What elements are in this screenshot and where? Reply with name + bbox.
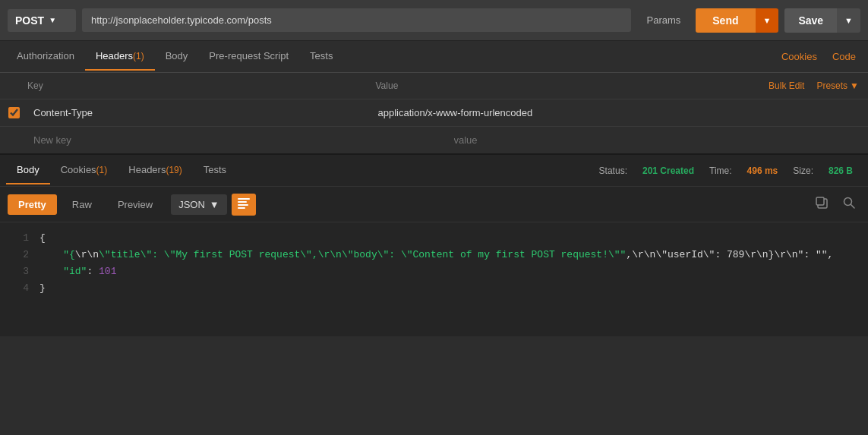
- code-line-2: 2 "{\r\n\"title\": \"My first POST reque…: [0, 247, 868, 263]
- format-label: JSON: [178, 199, 205, 210]
- request-tabs: Authorization Headers(1) Body Pre-reques…: [0, 41, 868, 73]
- resp-tab-body[interactable]: Body: [6, 156, 50, 184]
- svg-line-7: [851, 205, 855, 209]
- save-dropdown-button[interactable]: ▼: [837, 8, 860, 33]
- code-area: 1 { 2 "{\r\n\"title\": \"My first POST r…: [0, 222, 868, 336]
- code-line-4: 4 }: [0, 280, 868, 297]
- svg-rect-2: [238, 204, 248, 206]
- url-input[interactable]: [82, 8, 631, 32]
- request-bar: POST ▼ Params Send ▼ Save ▼: [0, 0, 868, 41]
- send-button[interactable]: Send: [696, 8, 755, 33]
- params-button[interactable]: Params: [637, 10, 690, 30]
- time-label: Time:: [709, 165, 732, 176]
- presets-chevron-icon: ▼: [850, 80, 859, 91]
- format-chevron-icon: ▼: [210, 199, 219, 210]
- method-label: POST: [15, 14, 44, 27]
- code-content: {: [39, 230, 46, 247]
- line-number: 3: [8, 263, 29, 280]
- wrap-icon: [238, 198, 250, 209]
- resp-tab-headers[interactable]: Headers(19): [118, 156, 192, 184]
- new-key-input[interactable]: [27, 133, 448, 147]
- body-tab-raw[interactable]: Raw: [62, 194, 103, 215]
- headers-badge: (1): [133, 51, 144, 61]
- line-number: 2: [8, 247, 29, 263]
- size-label: Size:: [793, 165, 813, 176]
- col-value-label: Value: [368, 77, 717, 94]
- svg-rect-5: [816, 197, 824, 205]
- svg-rect-3: [238, 207, 245, 209]
- header-enabled-checkbox[interactable]: [8, 107, 20, 118]
- resp-tab-tests[interactable]: Tests: [193, 156, 237, 184]
- body-toolbar: Pretty Raw Preview JSON ▼: [0, 187, 868, 222]
- save-btn-group: Save ▼: [784, 8, 860, 33]
- response-status: Status: 201 Created Time: 496 ms Size: 8…: [599, 165, 862, 176]
- copy-icon: [815, 196, 829, 210]
- body-tab-preview[interactable]: Preview: [107, 194, 163, 215]
- tab-authorization[interactable]: Authorization: [6, 43, 85, 71]
- wrap-button[interactable]: [232, 194, 256, 216]
- save-button[interactable]: Save: [784, 8, 837, 33]
- presets-button[interactable]: Presets ▼: [816, 80, 859, 91]
- body-tab-pretty[interactable]: Pretty: [8, 194, 57, 215]
- line-number: 4: [8, 280, 29, 297]
- size-value: 826 B: [829, 165, 853, 176]
- tab-body[interactable]: Body: [155, 43, 199, 71]
- line-number: 1: [8, 230, 29, 247]
- header-value-value[interactable]: application/x-www-form-urlencoded: [372, 106, 717, 120]
- response-section: Body Cookies(1) Headers(19) Tests Status…: [0, 153, 868, 336]
- format-dropdown[interactable]: JSON ▼: [171, 194, 227, 215]
- svg-rect-1: [238, 201, 247, 203]
- table-row: Content-Type application/x-www-form-urle…: [0, 99, 868, 127]
- right-tabs: Cookies Code: [775, 46, 862, 67]
- code-line-1: 1 {: [0, 230, 868, 247]
- time-value: 496 ms: [747, 165, 778, 176]
- search-icon: [842, 196, 856, 210]
- headers-columns: Key Value Bulk Edit Presets ▼: [0, 73, 868, 99]
- new-header-row: [0, 127, 868, 153]
- code-content: "id": 101: [39, 263, 116, 280]
- code-line-3: 3 "id": 101: [0, 263, 868, 280]
- method-dropdown[interactable]: POST ▼: [8, 9, 76, 32]
- status-value: 201 Created: [642, 165, 694, 176]
- method-chevron-icon: ▼: [49, 16, 56, 24]
- tab-pre-request-script[interactable]: Pre-request Script: [198, 43, 299, 71]
- status-label: Status:: [599, 165, 627, 176]
- code-content: }: [39, 280, 46, 297]
- headers-actions: Bulk Edit Presets ▼: [716, 77, 868, 94]
- resp-headers-badge: (19): [166, 165, 181, 175]
- resp-tab-cookies[interactable]: Cookies(1): [50, 156, 118, 184]
- search-button[interactable]: [838, 193, 860, 216]
- code-link[interactable]: Code: [826, 46, 862, 67]
- resp-cookies-badge: (1): [96, 165, 108, 175]
- code-content: "{\r\n\"title\": \"My first POST request…: [39, 247, 833, 263]
- send-btn-group: Send ▼: [696, 8, 778, 33]
- send-dropdown-button[interactable]: ▼: [756, 8, 779, 33]
- col-key-label: Key: [0, 77, 368, 94]
- bulk-edit-button[interactable]: Bulk Edit: [769, 80, 804, 91]
- new-value-input[interactable]: [448, 133, 869, 147]
- cookies-link[interactable]: Cookies: [775, 46, 823, 67]
- tab-headers[interactable]: Headers(1): [85, 43, 155, 71]
- header-key-value[interactable]: Content-Type: [27, 106, 372, 120]
- svg-rect-0: [238, 198, 250, 200]
- header-checkbox-cell: [0, 107, 27, 118]
- tab-tests[interactable]: Tests: [299, 43, 343, 71]
- response-tabs: Body Cookies(1) Headers(19) Tests Status…: [0, 155, 868, 187]
- headers-table: Key Value Bulk Edit Presets ▼ Content-Ty…: [0, 73, 868, 153]
- copy-button[interactable]: [810, 193, 833, 216]
